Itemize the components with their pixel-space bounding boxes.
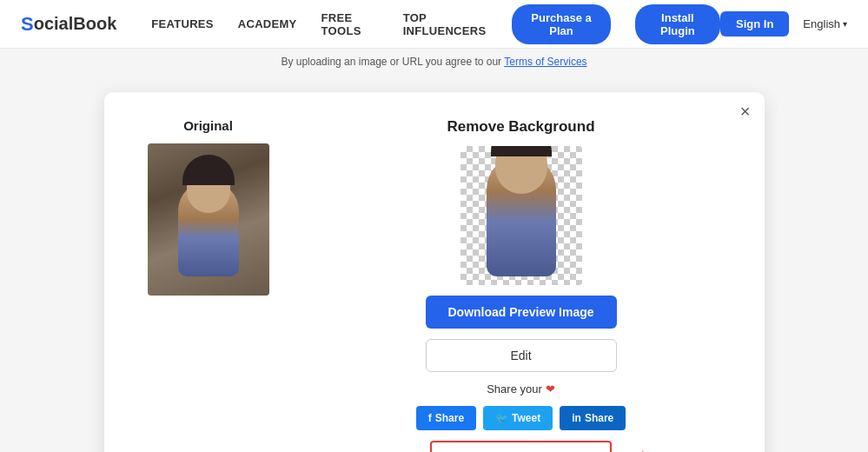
heart-icon: ❤ [546, 382, 555, 396]
install-plugin-button[interactable]: Install Plugin [635, 4, 720, 44]
nav-actions: Sign In English ▾ [720, 11, 847, 37]
chevron-down-icon: ▾ [843, 19, 847, 29]
terms-link[interactable]: Terms of Services [504, 56, 586, 68]
transparent-bg [461, 146, 582, 285]
download-preview-button[interactable]: Download Preview Image [426, 296, 617, 329]
linkedin-share-button[interactable]: in Share [560, 406, 626, 430]
modal-card: × Original Remove Background Download Pr… [104, 92, 765, 452]
logo-icon: S [21, 13, 34, 36]
person-cutout [487, 155, 556, 276]
subheader: By uploading an image or URL you agree t… [0, 49, 868, 75]
facebook-icon: f [428, 412, 432, 424]
twitter-share-button[interactable]: 🐦 Tweet [483, 406, 553, 430]
share-buttons: f Share 🐦 Tweet in Share [416, 406, 626, 430]
main-content: × Original Remove Background Download Pr… [0, 75, 868, 452]
highres-button[interactable]: Need high resolution image? [430, 441, 613, 452]
highres-container: Need high resolution image? [430, 441, 613, 452]
arrow-icon [612, 445, 655, 453]
share-label: Share your ❤ [487, 382, 555, 396]
nav-free-tools[interactable]: FREE TOOLS [321, 11, 379, 37]
original-label: Original [183, 118, 233, 133]
linkedin-icon: in [572, 412, 581, 424]
purchase-plan-button[interactable]: Purchase a Plan [512, 4, 610, 44]
signin-button[interactable]: Sign In [720, 11, 789, 37]
navbar: S ocialBook FEATURES ACADEMY FREE TOOLS … [0, 0, 868, 49]
result-image [461, 146, 582, 285]
facebook-share-button[interactable]: f Share [416, 406, 476, 430]
logo-text: ocialBook [34, 14, 117, 34]
original-panel: Original [139, 118, 278, 452]
language-selector[interactable]: English ▾ [803, 17, 847, 30]
original-photo [148, 143, 269, 296]
subheader-text: By uploading an image or URL you agree t… [281, 56, 501, 68]
nav-links: FEATURES ACADEMY FREE TOOLS TOP INFLUENC… [151, 4, 720, 44]
original-image [148, 143, 269, 296]
edit-button[interactable]: Edit [426, 339, 617, 372]
logo[interactable]: S ocialBook [21, 13, 116, 36]
result-panel: Remove Background Download Preview Image… [313, 118, 730, 452]
arrow-indicator [612, 445, 655, 453]
result-photo [461, 146, 582, 285]
language-label: English [803, 17, 840, 30]
twitter-icon: 🐦 [495, 412, 508, 424]
nav-top-influencers[interactable]: TOP INFLUENCERS [403, 11, 488, 37]
nav-academy[interactable]: ACADEMY [238, 17, 297, 30]
nav-features[interactable]: FEATURES [151, 17, 214, 30]
result-title: Remove Background [447, 118, 594, 136]
close-button[interactable]: × [740, 103, 751, 120]
person-figure-original [178, 181, 239, 276]
